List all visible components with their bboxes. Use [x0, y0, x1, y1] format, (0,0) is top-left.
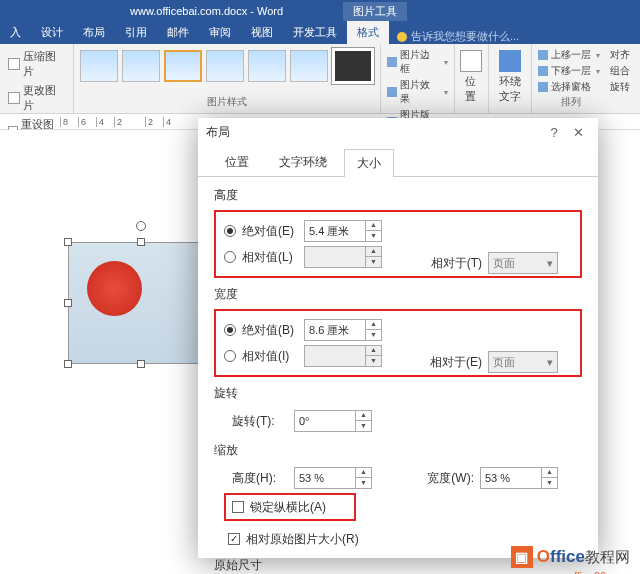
tab-references[interactable]: 引用	[115, 21, 157, 44]
group-button[interactable]: 组合	[610, 64, 634, 78]
width-relative-to-select[interactable]: 页面▾	[488, 351, 558, 373]
rotate-section-title: 旋转	[214, 385, 582, 402]
dialog-close-button[interactable]: ✕	[566, 125, 590, 140]
ribbon: 压缩图片 更改图片 重设图片 图片样式 图片边框 图片效果 图片版式 位置 环绕…	[0, 44, 640, 114]
style-thumb[interactable]	[164, 50, 202, 82]
compress-picture-button[interactable]: 压缩图片	[6, 48, 67, 80]
contextual-tab-label: 图片工具	[343, 2, 407, 21]
width-absolute-input[interactable]: 8.6 厘米▲▼	[304, 319, 382, 341]
rotate-input[interactable]: 0°▲▼	[294, 410, 372, 432]
tab-insert[interactable]: 入	[0, 21, 31, 44]
tab-review[interactable]: 审阅	[199, 21, 241, 44]
dialog-titlebar[interactable]: 布局 ? ✕	[198, 118, 598, 146]
dialog-help-button[interactable]: ?	[542, 125, 566, 140]
wrap-text-button[interactable]: 环绕文字	[495, 48, 526, 106]
width-section-title: 宽度	[214, 286, 582, 303]
height-section-title: 高度	[214, 187, 582, 204]
chevron-down-icon: ▾	[547, 257, 553, 270]
style-thumb[interactable]	[290, 50, 328, 82]
spin-down[interactable]: ▼	[355, 421, 371, 432]
group-label-styles: 图片样式	[80, 95, 374, 109]
style-thumb[interactable]	[332, 48, 374, 84]
spin-up[interactable]: ▲	[355, 467, 371, 478]
resize-handle[interactable]	[64, 238, 72, 246]
send-backward-button[interactable]: 下移一层	[538, 64, 604, 78]
rotate-button[interactable]: 旋转	[610, 80, 634, 94]
dialog-title: 布局	[206, 124, 542, 141]
tab-size[interactable]: 大小	[344, 149, 394, 177]
picture-border-button[interactable]: 图片边框	[387, 48, 448, 76]
resize-handle[interactable]	[64, 360, 72, 368]
bring-forward-button[interactable]: 上移一层	[538, 48, 604, 62]
tab-position[interactable]: 位置	[212, 148, 262, 176]
pane-icon	[538, 82, 548, 92]
emblem-graphic	[87, 261, 142, 316]
highlight-box: 锁定纵横比(A)	[224, 493, 356, 521]
change-icon	[8, 92, 20, 104]
position-button[interactable]: 位置	[461, 48, 482, 106]
layout-dialog: 布局 ? ✕ 位置 文字环绕 大小 高度 绝对值(E) 5.4 厘米▲▼ 相对值…	[198, 118, 598, 558]
lock-aspect-ratio-checkbox[interactable]	[232, 501, 244, 513]
align-button[interactable]: 对齐	[610, 48, 634, 62]
relative-original-size-checkbox[interactable]	[228, 533, 240, 545]
dialog-tabs: 位置 文字环绕 大小	[198, 148, 598, 177]
tab-developer[interactable]: 开发工具	[283, 21, 347, 44]
tell-me[interactable]: 告诉我您想要做什么...	[397, 29, 519, 44]
scale-section-title: 缩放	[214, 442, 582, 459]
compress-icon	[8, 58, 20, 70]
picture-effects-button[interactable]: 图片效果	[387, 78, 448, 106]
wrap-icon	[499, 50, 521, 72]
position-icon	[460, 50, 482, 72]
watermark: ▣ Office教程网 www.office26.com	[511, 546, 630, 568]
title-bar: www.officebai.com.docx - Word 图片工具	[0, 0, 640, 22]
picture-styles-gallery[interactable]	[80, 48, 374, 84]
tab-view[interactable]: 视图	[241, 21, 283, 44]
resize-handle[interactable]	[137, 238, 145, 246]
height-absolute-input[interactable]: 5.4 厘米▲▼	[304, 220, 382, 242]
bulb-icon	[397, 32, 407, 42]
effects-icon	[387, 87, 397, 97]
tab-design[interactable]: 设计	[31, 21, 73, 44]
spin-down[interactable]: ▼	[365, 330, 381, 341]
selection-pane-button[interactable]: 选择窗格	[538, 80, 604, 94]
spin-down[interactable]: ▼	[355, 478, 371, 489]
spin-down[interactable]: ▼	[365, 231, 381, 242]
ribbon-tabs: 入 设计 布局 引用 邮件 审阅 视图 开发工具 格式 告诉我您想要做什么...	[0, 22, 640, 44]
logo-icon: ▣	[511, 546, 533, 568]
chevron-down-icon: ▾	[547, 356, 553, 369]
style-thumb[interactable]	[80, 50, 118, 82]
spin-up[interactable]: ▲	[365, 319, 381, 330]
resize-handle[interactable]	[64, 299, 72, 307]
document-title: www.officebai.com.docx - Word	[130, 5, 283, 17]
group-label-arrange: 排列	[538, 95, 604, 109]
change-picture-button[interactable]: 更改图片	[6, 82, 67, 114]
style-thumb[interactable]	[206, 50, 244, 82]
spin-up[interactable]: ▲	[365, 220, 381, 231]
width-absolute-radio[interactable]	[224, 324, 236, 336]
spin-up[interactable]: ▲	[355, 410, 371, 421]
backward-icon	[538, 66, 548, 76]
tab-mailings[interactable]: 邮件	[157, 21, 199, 44]
style-thumb[interactable]	[248, 50, 286, 82]
tab-format[interactable]: 格式	[347, 21, 389, 44]
rotate-handle[interactable]	[136, 221, 146, 231]
selected-image[interactable]	[68, 242, 213, 364]
spin-down[interactable]: ▼	[541, 478, 557, 489]
tab-layout[interactable]: 布局	[73, 21, 115, 44]
scale-height-input[interactable]: 53 %▲▼	[294, 467, 372, 489]
tab-text-wrap[interactable]: 文字环绕	[266, 148, 340, 176]
border-icon	[387, 57, 397, 67]
spin-up[interactable]: ▲	[541, 467, 557, 478]
style-thumb[interactable]	[122, 50, 160, 82]
scale-width-input[interactable]: 53 %▲▼	[480, 467, 558, 489]
forward-icon	[538, 50, 548, 60]
height-absolute-radio[interactable]	[224, 225, 236, 237]
resize-handle[interactable]	[137, 360, 145, 368]
height-relative-to-select[interactable]: 页面▾	[488, 252, 558, 274]
